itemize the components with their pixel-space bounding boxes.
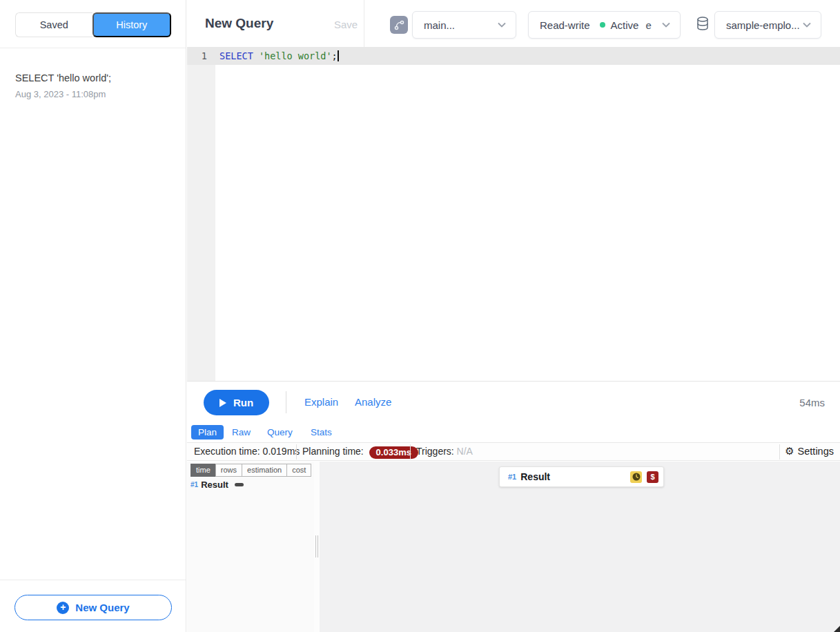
code-line: 1 SELECT 'hello world'; — [187, 47, 840, 65]
cost-badge: $ — [647, 471, 658, 483]
analyze-button[interactable]: Analyze — [355, 396, 391, 408]
chevron-down-icon — [662, 22, 670, 28]
plan-visualization: time rows estimation cost #1 Result #1 R… — [187, 462, 840, 632]
plan-metric-tabs: time rows estimation cost — [191, 464, 311, 477]
node-badges: $ — [630, 471, 658, 483]
time-badge — [630, 471, 642, 483]
toolbar-divider — [286, 391, 286, 413]
run-label: Run — [233, 397, 253, 408]
metric-tab-estimation[interactable]: estimation — [242, 464, 287, 477]
header-divider — [364, 0, 364, 47]
history-item[interactable]: SELECT 'hello world'; Aug 3, 2023 - 11:0… — [0, 49, 186, 109]
panel-splitter[interactable] — [314, 462, 320, 632]
endpoint-mode: Read-write — [540, 19, 590, 31]
clock-icon — [632, 473, 641, 481]
resize-corner-handle[interactable] — [834, 626, 840, 632]
database-select[interactable]: sample-emplo... — [714, 11, 821, 39]
sidebar-footer: + New Query — [0, 580, 186, 632]
query-duration: 54ms — [799, 397, 825, 408]
saved-history-toggle: Saved History — [15, 12, 171, 37]
branch-select-value: main... — [424, 19, 455, 31]
plan-canvas[interactable]: #1 Result $ — [320, 462, 840, 632]
main-header: New Query Save main... Read-write Active… — [187, 0, 840, 47]
metric-tab-time[interactable]: time — [191, 464, 216, 477]
gear-icon: ⚙ — [785, 445, 794, 457]
chevron-down-icon — [803, 22, 811, 28]
execution-time: Execution time: 0.019ms — [194, 446, 300, 457]
database-icon — [695, 16, 710, 34]
splitter-grip-icon — [315, 535, 318, 557]
chevron-down-icon — [498, 22, 506, 28]
sql-editor[interactable]: 1 SELECT 'hello world'; — [187, 47, 840, 382]
explain-button[interactable]: Explain — [304, 396, 338, 408]
tab-saved[interactable]: Saved — [15, 12, 92, 37]
text-cursor — [338, 50, 339, 61]
plan-tree-panel: time rows estimation cost #1 Result — [187, 462, 314, 632]
run-button[interactable]: Run — [204, 390, 269, 415]
new-query-label: New Query — [75, 602, 129, 613]
metric-tab-rows[interactable]: rows — [215, 464, 242, 477]
history-list: SELECT 'hello world'; Aug 3, 2023 - 11:0… — [0, 49, 186, 109]
planning-time-badge: 0.033ms — [369, 446, 418, 459]
sidebar: Saved History SELECT 'hello world'; Aug … — [0, 0, 186, 632]
result-tabs: Plan Raw Query Stats — [187, 422, 840, 442]
metric-tab-cost[interactable]: cost — [286, 464, 311, 477]
sidebar-tab-bar: Saved History — [0, 0, 186, 48]
run-toolbar: Run Explain Analyze 54ms — [187, 382, 840, 422]
tab-query[interactable]: Query — [260, 425, 300, 440]
time-bar — [235, 483, 244, 486]
node-id: #1 — [191, 481, 198, 488]
triggers-value: N/A — [457, 446, 473, 457]
endpoint-status: Active — [611, 19, 639, 31]
endpoint-suffix: e — [645, 19, 651, 31]
history-query-text: SELECT 'hello world'; — [15, 71, 170, 85]
settings-button[interactable]: ⚙ Settings — [785, 445, 834, 457]
triggers: Triggers: N/A — [416, 446, 473, 457]
line-number: 1 — [187, 47, 215, 65]
dollar-icon: $ — [650, 473, 654, 481]
plus-icon: + — [57, 602, 69, 614]
node-name: Result — [520, 471, 550, 482]
endpoint-select[interactable]: Read-write Active e — [528, 11, 681, 39]
tab-stats[interactable]: Stats — [304, 425, 339, 440]
plan-tree-node-row[interactable]: #1 Result — [191, 480, 244, 490]
sql-query-tool: Saved History SELECT 'hello world'; Aug … — [0, 0, 840, 632]
tab-history[interactable]: History — [92, 12, 172, 37]
plan-stats-bar: Execution time: 0.019ms Planning time: 0… — [187, 442, 840, 461]
branch-select[interactable]: main... — [412, 11, 516, 39]
settings-label: Settings — [798, 446, 834, 457]
code-text: SELECT 'hello world'; — [219, 47, 339, 65]
database-select-value: sample-emplo... — [726, 19, 800, 31]
history-timestamp: Aug 3, 2023 - 11:08pm — [15, 89, 170, 99]
tab-plan[interactable]: Plan — [191, 425, 224, 440]
node-id: #1 — [508, 473, 516, 481]
play-icon — [219, 399, 226, 407]
execution-time-value: 0.019ms — [263, 446, 300, 457]
save-button[interactable]: Save — [334, 19, 358, 30]
plan-node-card[interactable]: #1 Result $ — [499, 466, 664, 487]
node-name: Result — [201, 480, 228, 490]
new-query-button[interactable]: + New Query — [14, 595, 172, 620]
tab-raw[interactable]: Raw — [225, 425, 257, 440]
status-dot-icon — [600, 22, 605, 28]
branch-icon — [390, 16, 408, 34]
page-title: New Query — [205, 16, 273, 31]
planning-time: Planning time: 0.033ms — [302, 446, 418, 459]
